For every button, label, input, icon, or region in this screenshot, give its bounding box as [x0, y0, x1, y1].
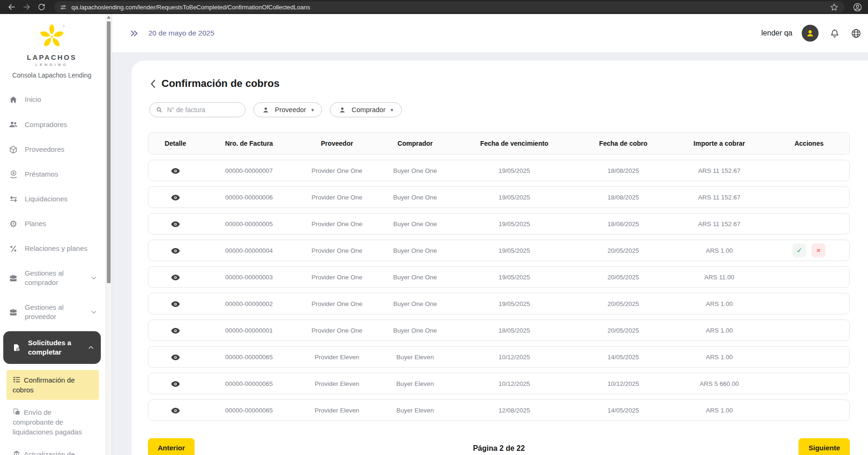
cell-buyer: Buyer One One — [378, 194, 452, 201]
submenu-item-actualizacion-de-cuenta-bancaria[interactable]: Actualización de cuenta bancaria — [7, 444, 99, 455]
topbar: 20 de mayo de 2025 lender qa — [112, 14, 868, 52]
table-row: 00000-00000004 Provider One One Buyer On… — [148, 240, 850, 261]
provider-filter-dropdown[interactable]: Proveedor ▾ — [253, 102, 322, 117]
sidebar-item-prestamos[interactable]: $ Préstamos — [0, 163, 104, 186]
coin-icon: $ — [8, 170, 18, 179]
cell-collection-date: 14/05/2025 — [577, 407, 670, 414]
back-button[interactable] — [150, 79, 156, 88]
column-header-proveedor: Proveedor — [295, 140, 378, 147]
cell-amount: ARS 1.00 — [670, 247, 769, 254]
cell-buyer: Buyer One One — [378, 327, 452, 334]
user-avatar[interactable] — [802, 25, 819, 42]
cell-due-date: 19/05/2025 — [452, 194, 576, 201]
sidebar-item-inicio[interactable]: Inicio — [0, 88, 104, 111]
cell-due-date: 10/12/2025 — [452, 380, 576, 387]
home-icon — [8, 95, 18, 104]
console-label: Consola Lapachos Lending — [0, 71, 104, 79]
language-button[interactable] — [851, 28, 861, 39]
cell-amount: ARS 1.00 — [670, 354, 769, 361]
cell-invoice: 00000-00000005 — [203, 220, 296, 228]
sidebar-expand-button[interactable] — [130, 29, 139, 37]
cell-provider: Provider One One — [295, 194, 378, 201]
eye-icon — [171, 407, 180, 414]
scrollbar-thumb[interactable] — [107, 21, 111, 283]
person-icon — [338, 106, 346, 114]
row-detail-eye-button[interactable] — [171, 301, 180, 307]
approve-button[interactable]: ✓ — [792, 243, 806, 257]
cell-due-date: 19/05/2025 — [452, 300, 576, 307]
cell-invoice: 00000-00000065 — [203, 407, 296, 414]
caret-down-icon: ▾ — [311, 107, 314, 113]
sidebar-item-liquidaciones[interactable]: Liquidaciones — [0, 187, 104, 211]
chevron-down-icon — [91, 309, 97, 315]
site-settings-icon — [60, 4, 67, 11]
eye-icon — [171, 194, 180, 201]
caret-down-icon: ▾ — [391, 107, 393, 113]
cell-provider: Provider Eleven — [295, 354, 378, 361]
table-row: 00000-00000065 Provider Eleven Buyer Ele… — [148, 346, 850, 368]
cell-provider: Provider One One — [295, 247, 378, 254]
forward-arrow-icon — [22, 3, 31, 11]
browser-forward-button[interactable] — [21, 1, 33, 13]
sidebar-item-solicitudes-a-completar[interactable]: Solicitudes a completar — [3, 331, 101, 364]
transfer-icon — [8, 194, 18, 204]
submenu-item-envio-de-comprobante-de-liquidaciones-pagadas[interactable]: Envío de comprobante de liquidaciones pa… — [7, 402, 99, 442]
sidebar-scrollbar[interactable] — [105, 14, 111, 455]
sidebar-item-compradores[interactable]: Compradores — [0, 113, 104, 136]
row-detail-eye-button[interactable] — [171, 221, 180, 228]
buyer-filter-dropdown[interactable]: Comprador ▾ — [330, 102, 401, 117]
submenu-item-confirmacion-de-cobros[interactable]: Confirmación de cobros — [7, 370, 99, 400]
browser-refresh-button[interactable] — [35, 1, 48, 13]
row-detail-eye-button[interactable] — [171, 168, 180, 174]
refresh-icon — [38, 3, 45, 11]
eye-icon — [171, 381, 180, 387]
cell-collection-date: 18/08/2025 — [577, 220, 670, 228]
cell-collection-date: 14/05/2025 — [577, 354, 670, 361]
sidebar-item-relaciones-y-planes[interactable]: Relaciones y planes — [0, 237, 104, 260]
row-detail-eye-button[interactable] — [171, 274, 180, 281]
cell-buyer: Buyer Eleven — [378, 354, 452, 361]
browser-profile-button[interactable] — [853, 2, 862, 12]
eye-icon — [171, 168, 180, 174]
lapachos-flower-icon: ® — [36, 21, 67, 50]
row-detail-eye-button[interactable] — [171, 248, 180, 254]
cell-invoice: 00000-00000002 — [203, 300, 296, 307]
row-detail-eye-button[interactable] — [171, 194, 180, 201]
search-icon — [156, 106, 162, 114]
row-detail-eye-button[interactable] — [171, 327, 180, 334]
notifications-button[interactable] — [830, 28, 840, 38]
bookmark-star-button[interactable] — [830, 3, 839, 12]
row-detail-eye-button[interactable] — [171, 407, 180, 414]
cell-amount: ARS 5 660.00 — [670, 380, 769, 387]
cell-buyer: Buyer Eleven — [378, 407, 452, 414]
sidebar-item-proveedores[interactable]: Proveedores — [0, 138, 104, 161]
sidebar-item-planes[interactable]: ⚙ Planes — [0, 212, 104, 235]
cell-invoice: 00000-00000006 — [203, 194, 296, 201]
cell-collection-date: 20/05/2025 — [577, 327, 670, 334]
cell-collection-date: 18/08/2025 — [577, 167, 670, 174]
chevron-up-icon — [88, 344, 94, 351]
table-row: 00000-00000005 Provider One One Buyer On… — [148, 213, 850, 235]
search-input[interactable] — [166, 106, 239, 114]
sidebar-item-gestiones-al-comprador[interactable]: Gestiones al comprador — [0, 262, 104, 294]
next-page-button[interactable]: Siguiente — [798, 438, 850, 455]
cell-provider: Provider One One — [295, 167, 378, 174]
cell-due-date: 10/12/2025 — [452, 354, 576, 361]
row-detail-eye-button[interactable] — [171, 381, 180, 387]
reject-button[interactable]: × — [812, 243, 826, 257]
scrollbar-up-arrow[interactable] — [107, 16, 111, 19]
previous-page-button[interactable]: Anterior — [148, 438, 195, 455]
cell-invoice: 00000-00000007 — [203, 167, 296, 174]
row-detail-eye-button[interactable] — [171, 354, 180, 361]
cell-amount: ARS 1.00 — [670, 327, 769, 334]
table-row: 00000-00000003 Provider One One Buyer On… — [148, 266, 850, 288]
eye-icon — [171, 301, 180, 307]
cell-buyer: Buyer One One — [378, 274, 452, 281]
sidebar-item-gestiones-al-proveedor[interactable]: Gestiones al proveedor — [0, 296, 104, 328]
invoice-search-field[interactable] — [149, 102, 245, 117]
users-icon — [8, 120, 18, 129]
svg-text:$: $ — [12, 171, 14, 175]
cell-invoice: 00000-00000003 — [203, 274, 296, 281]
browser-address-bar[interactable]: qa.lapachoslending.com/lender/RequestsTo… — [54, 1, 844, 13]
browser-back-button[interactable] — [6, 1, 18, 13]
